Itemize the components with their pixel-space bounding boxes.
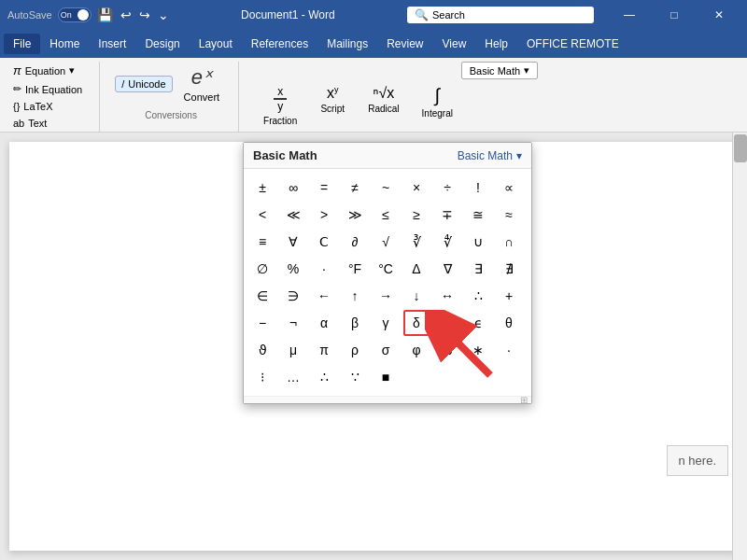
more-icon[interactable]: ⌄ [158, 7, 169, 22]
symbol-cell-35[interactable]: ∄ [496, 256, 522, 282]
symbol-cell-16[interactable]: ≅ [465, 202, 491, 228]
symbol-cell-37[interactable]: ∋ [280, 283, 306, 309]
symbol-cell-11[interactable]: > [311, 202, 337, 228]
symbol-cell-18[interactable]: ≡ [249, 229, 275, 255]
close-button[interactable]: ✕ [698, 0, 740, 30]
symbol-cell-21[interactable]: ∂ [342, 229, 368, 255]
symbol-cell-67[interactable]: ■ [373, 364, 399, 390]
symbol-cell-43[interactable]: ∴ [465, 283, 491, 309]
search-bar[interactable]: 🔍 [407, 7, 594, 23]
symbol-cell-8[interactable]: ∝ [496, 175, 522, 201]
symbol-cell-33[interactable]: ∇ [434, 256, 460, 282]
symbol-cell-15[interactable]: ∓ [434, 202, 460, 228]
equation-button[interactable]: π Equation ▾ [7, 62, 88, 79]
menu-item-home[interactable]: Home [40, 34, 89, 54]
symbol-cell-12[interactable]: ≫ [342, 202, 368, 228]
unicode-button[interactable]: / Unicode [115, 76, 172, 92]
symbol-cell-42[interactable]: ↔ [434, 283, 460, 309]
symbol-cell-20[interactable]: Ϲ [311, 229, 337, 255]
menu-item-references[interactable]: References [242, 34, 317, 54]
symbol-cell-28[interactable]: % [280, 256, 306, 282]
text-button[interactable]: ab Text [7, 116, 88, 131]
symbol-cell-54[interactable]: ϑ [249, 337, 275, 363]
symbol-cell-38[interactable]: ← [311, 283, 337, 309]
resize-handle[interactable]: ⊞ [520, 395, 528, 405]
symbol-cell-1[interactable]: ∞ [280, 175, 306, 201]
symbol-cell-57[interactable]: ρ [342, 337, 368, 363]
convert-button[interactable]: eˣ Convert [176, 62, 228, 106]
undo-icon[interactable]: ↩ [120, 7, 132, 22]
symbol-cell-27[interactable]: ∅ [249, 256, 275, 282]
symbol-cell-62[interactable]: · [496, 337, 522, 363]
minimize-button[interactable]: — [609, 0, 650, 30]
symbol-cell-7[interactable]: ! [465, 175, 491, 201]
symbol-cell-66[interactable]: ∵ [342, 364, 368, 390]
symbol-cell-48[interactable]: β [342, 310, 368, 336]
basic-math-dropdown[interactable]: Basic Math ▾ [461, 62, 538, 79]
menu-item-insert[interactable]: Insert [89, 34, 135, 54]
symbol-cell-44[interactable]: + [496, 283, 522, 309]
symbol-cell-63[interactable]: ⁝ [249, 364, 275, 390]
redo-icon[interactable]: ↪ [139, 7, 150, 22]
symbol-cell-24[interactable]: ∜ [434, 229, 460, 255]
menu-item-design[interactable]: Design [135, 34, 189, 54]
symbol-cell-6[interactable]: ÷ [434, 175, 460, 201]
menu-item-review[interactable]: Review [377, 34, 432, 54]
menu-item-file[interactable]: File [4, 34, 40, 54]
symbol-cell-36[interactable]: ∈ [249, 283, 275, 309]
menu-item-view[interactable]: View [433, 34, 476, 54]
ink-equation-button[interactable]: ✏ Ink Equation [7, 81, 88, 97]
symbol-cell-22[interactable]: √ [373, 229, 399, 255]
symbol-cell-40[interactable]: → [373, 283, 399, 309]
scrollbar-thumb[interactable] [734, 134, 747, 162]
scrollbar[interactable] [732, 133, 747, 560]
symbol-cell-4[interactable]: ~ [373, 175, 399, 201]
symbol-cell-30[interactable]: °F [342, 256, 368, 282]
symbol-cell-58[interactable]: σ [373, 337, 399, 363]
menu-item-help[interactable]: Help [475, 34, 517, 54]
symbol-cell-47[interactable]: α [311, 310, 337, 336]
symbol-cell-26[interactable]: ∩ [496, 229, 522, 255]
script-button[interactable]: xy Script [314, 81, 351, 118]
symbol-cell-53[interactable]: θ [496, 310, 522, 336]
symbol-cell-5[interactable]: × [403, 175, 430, 201]
symbol-cell-19[interactable]: ∀ [280, 229, 306, 255]
symbol-cell-29[interactable]: · [311, 256, 337, 282]
symbol-cell-0[interactable]: ± [249, 175, 275, 201]
restore-button[interactable]: □ [654, 0, 695, 30]
equation-dropdown-icon[interactable]: ▾ [69, 64, 75, 77]
autosave-toggle[interactable]: On [58, 7, 92, 22]
symbol-cell-45[interactable]: − [249, 310, 275, 336]
popup-category-dropdown[interactable]: Basic Math ▾ [458, 149, 522, 162]
symbol-cell-32[interactable]: Δ [403, 256, 430, 282]
symbol-cell-9[interactable]: < [249, 202, 275, 228]
symbol-cell-14[interactable]: ≥ [403, 202, 430, 228]
symbol-cell-10[interactable]: ≪ [280, 202, 306, 228]
symbol-cell-23[interactable]: ∛ [403, 229, 430, 255]
symbol-cell-13[interactable]: ≤ [373, 202, 399, 228]
symbol-cell-56[interactable]: π [311, 337, 337, 363]
search-input[interactable] [432, 9, 572, 21]
symbol-cell-65[interactable]: ∴ [311, 364, 337, 390]
latex-button[interactable]: {} LaTeX [7, 99, 88, 114]
symbol-cell-49[interactable]: γ [373, 310, 399, 336]
radical-button[interactable]: ⁿ√x Radical [362, 81, 404, 118]
symbol-cell-64[interactable]: … [280, 364, 306, 390]
integral-button[interactable]: ∫ Integral [416, 81, 458, 122]
symbol-cell-34[interactable]: ∃ [465, 256, 491, 282]
symbol-cell-2[interactable]: = [311, 175, 337, 201]
menu-item-office-remote[interactable]: OFFICE REMOTE [517, 34, 628, 54]
symbol-cell-41[interactable]: ↓ [403, 283, 430, 309]
fraction-button[interactable]: x y Fraction [258, 81, 303, 130]
symbol-cell-46[interactable]: ¬ [280, 310, 306, 336]
symbol-cell-55[interactable]: μ [280, 337, 306, 363]
menu-item-layout[interactable]: Layout [190, 34, 242, 54]
symbol-cell-17[interactable]: ≈ [496, 202, 522, 228]
symbol-cell-3[interactable]: ≠ [342, 175, 368, 201]
conversions-buttons: / Unicode eˣ Convert [115, 62, 227, 106]
menu-item-mailings[interactable]: Mailings [317, 34, 377, 54]
symbol-cell-39[interactable]: ↑ [342, 283, 368, 309]
symbol-cell-31[interactable]: °C [373, 256, 399, 282]
symbol-cell-25[interactable]: ∪ [465, 229, 491, 255]
save-icon[interactable]: 💾 [97, 7, 113, 22]
